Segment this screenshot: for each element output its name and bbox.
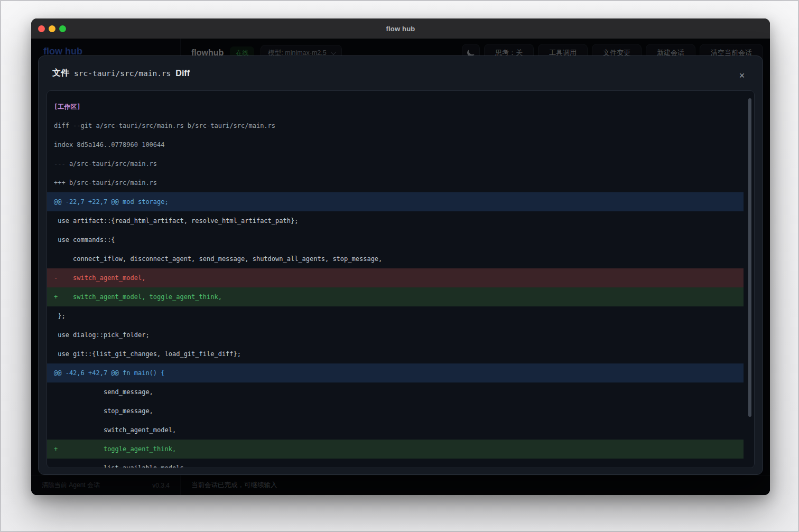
diff-content: [工作区]diff --git a/src-tauri/src/main.rs …	[47, 91, 754, 468]
app-content: flow hub 清除当前 Agent 会话 v0.3.4 flowhub 在线…	[31, 39, 770, 495]
diff-line-context: };	[47, 306, 744, 325]
scrollbar-thumb[interactable]	[748, 98, 751, 417]
diff-line-context: connect_iflow, disconnect_agent, send_me…	[47, 249, 744, 268]
modal-file-path: src-tauri/src/main.rs	[74, 69, 171, 78]
desktop-background: flow hub flow hub 清除当前 Agent 会话 v0.3.4 f…	[0, 0, 799, 532]
window-title: flow hub	[386, 25, 415, 33]
diff-line-context: list_available_models	[47, 459, 744, 468]
diff-line-context: send_message,	[47, 382, 744, 402]
diff-line-meta: --- a/src-tauri/src/main.rs	[47, 154, 744, 173]
diff-line-del: - switch_agent_model,	[47, 268, 744, 287]
diff-line-context: stop_message,	[47, 402, 744, 421]
diff-line-add: + switch_agent_model, toggle_agent_think…	[47, 287, 744, 306]
scrollbar-track[interactable]	[748, 94, 751, 464]
diff-modal-header: 文件 src-tauri/src/main.rs Diff	[39, 56, 763, 90]
modal-title-prefix: 文件	[52, 68, 69, 79]
diff-line-context: use commands::{	[47, 230, 744, 249]
diff-modal: 文件 src-tauri/src/main.rs Diff × [工作区]dif…	[38, 55, 763, 475]
diff-line-hunk: @@ -22,7 +22,7 @@ mod storage;	[47, 192, 744, 211]
close-window-button[interactable]	[38, 25, 45, 32]
close-icon[interactable]: ×	[735, 69, 749, 82]
diff-line-workspace: [工作区]	[47, 97, 744, 116]
maximize-window-button[interactable]	[59, 25, 66, 32]
modal-title-suffix: Diff	[175, 69, 190, 78]
window-titlebar: flow hub	[31, 18, 770, 39]
app-window: flow hub flow hub 清除当前 Agent 会话 v0.3.4 f…	[31, 18, 770, 495]
diff-panel: [工作区]diff --git a/src-tauri/src/main.rs …	[47, 90, 755, 468]
diff-line-meta: index 8d5a146..0778960 100644	[47, 135, 744, 154]
diff-line-meta: +++ b/src-tauri/src/main.rs	[47, 173, 744, 192]
diff-line-context: use git::{list_git_changes, load_git_fil…	[47, 344, 744, 363]
diff-line-context: use dialog::pick_folder;	[47, 325, 744, 344]
minimize-window-button[interactable]	[49, 25, 55, 32]
diff-line-hunk: @@ -42,6 +42,7 @@ fn main() {	[47, 363, 744, 382]
diff-line-context: use artifact::{read_html_artifact, resol…	[47, 211, 744, 230]
diff-line-add: + toggle_agent_think,	[47, 440, 744, 459]
diff-line-context: switch_agent_model,	[47, 421, 744, 440]
traffic-lights	[38, 25, 66, 32]
diff-line-meta: diff --git a/src-tauri/src/main.rs b/src…	[47, 116, 744, 135]
